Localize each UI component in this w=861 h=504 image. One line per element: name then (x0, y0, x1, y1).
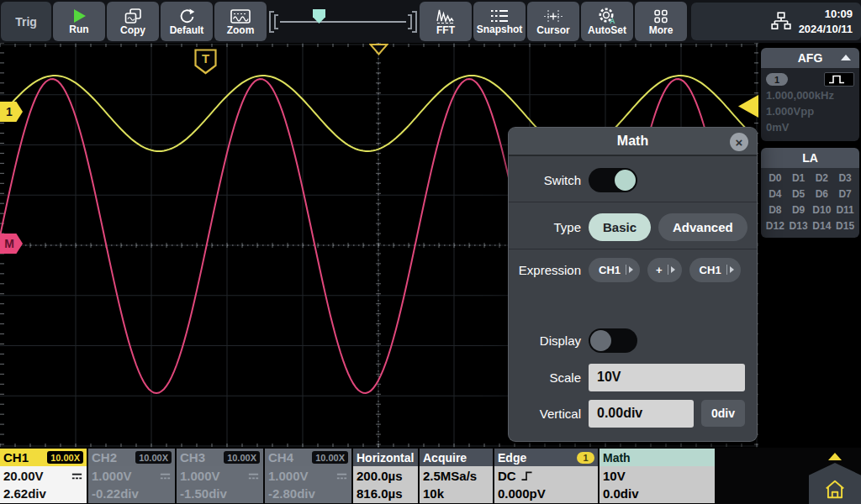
expand-up-icon (828, 453, 842, 460)
copy-button[interactable]: Copy (107, 2, 159, 41)
copy-icon (124, 8, 142, 24)
operand1-dropdown[interactable]: CH1 (589, 258, 640, 282)
toggle-knob (615, 170, 636, 191)
math-offset-value: 0.0div (603, 485, 639, 502)
math-dialog-title: Math (617, 134, 648, 149)
type-advanced-button[interactable]: Advanced (658, 213, 747, 241)
afg-amplitude: 1.000Vpp (766, 104, 854, 120)
afg-panel: AFG 1 1.000,000kHz 1.000Vpp 0mV (761, 48, 859, 141)
zoom-label: Zoom (227, 25, 255, 35)
dc-coupling-icon (159, 472, 172, 480)
vertical-row: Vertical 0.00div 0div (509, 399, 757, 428)
la-channel: D5 (787, 188, 811, 200)
edge-tile[interactable]: Edge 1 DC 0.000pV (494, 449, 598, 503)
math-tile[interactable]: Math 10V 0.0div (600, 449, 715, 503)
math-switch-toggle[interactable] (589, 168, 637, 192)
dropdown-arrow-icon (668, 265, 675, 275)
acquire-title: Acquire (423, 451, 467, 465)
run-button[interactable]: Run (53, 2, 105, 41)
fft-button[interactable]: FFT (420, 2, 472, 41)
snapshot-button[interactable]: Snapshot (473, 2, 526, 41)
operator-value: + (656, 264, 663, 276)
afg-channel-badge: 1 (766, 73, 788, 86)
display-label: Display (509, 333, 581, 348)
snapshot-icon (490, 8, 509, 24)
afg-frequency: 1.000,000kHz (766, 88, 854, 104)
menu-corner-control[interactable] (809, 448, 861, 504)
cursor-label: Cursor (536, 25, 569, 35)
right-sidebar: AFG 1 1.000,000kHz 1.000Vpp 0mV LA D0 D1 (761, 43, 859, 448)
scale-input[interactable]: 10V (589, 364, 745, 391)
copy-label: Copy (120, 25, 145, 35)
memory-depth-value: 10k (423, 485, 444, 502)
la-channel: D9 (787, 204, 811, 216)
ch4-tile[interactable]: CH4 10.00X 1.000V -2.80div (265, 449, 351, 503)
expression-label: Expression (509, 263, 581, 277)
math-dialog: Math × Switch Type Basic Advanced Expres… (509, 128, 757, 441)
home-button[interactable] (809, 463, 861, 504)
more-button[interactable]: More (635, 2, 687, 41)
clock-box[interactable]: 10:09 2024/10/11 (691, 3, 861, 40)
ch2-tile[interactable]: CH2 10.00X 1.000V -0.22div (88, 449, 175, 503)
ch3-scale: 1.000V (180, 467, 220, 485)
horizontal-delay-bar[interactable] (269, 2, 417, 41)
ch1-marker-label: 1 (6, 105, 13, 118)
dc-coupling-icon (335, 472, 348, 480)
ch2-name: CH2 (92, 450, 117, 465)
fft-label: FFT (436, 25, 455, 35)
ch1-tile[interactable]: CH1 10.00X 20.00V 2.62div (0, 449, 87, 503)
dropdown-arrow-icon (626, 265, 633, 275)
zoom-button[interactable]: Zoom (214, 2, 267, 41)
la-title: LA (802, 151, 818, 165)
la-channel: D3 (833, 172, 857, 184)
autoset-button[interactable]: A AutoSet (581, 2, 633, 41)
top-toolbar: Trig Run Copy Default Zoom (0, 0, 861, 43)
close-button[interactable]: × (730, 133, 748, 151)
square-wave-icon (824, 72, 854, 87)
la-channel: D6 (811, 188, 834, 200)
math-marker-label: M (4, 237, 14, 250)
operand2-value: CH1 (700, 264, 721, 276)
afg-panel-header[interactable]: AFG (761, 48, 859, 68)
math-scale-value: 10V (603, 467, 626, 485)
trigger-position-marker[interactable] (369, 44, 388, 59)
ch3-probe-badge: 10.00X (224, 451, 260, 464)
autoset-label: AutoSet (588, 25, 626, 35)
zoom-icon (230, 8, 251, 24)
acquire-tile[interactable]: Acquire 2.5MSa/s 10k (420, 449, 493, 503)
type-basic-button[interactable]: Basic (589, 213, 651, 241)
default-button[interactable]: Default (161, 2, 213, 41)
snapshot-label: Snapshot (477, 24, 523, 34)
divider (509, 249, 757, 249)
cursor-button[interactable]: Cursor (527, 2, 579, 41)
cursor-icon (543, 8, 563, 24)
trigger-level-marker[interactable]: T (194, 49, 217, 78)
la-channel: D14 (811, 220, 834, 232)
vertical-input[interactable]: 0.00div (589, 400, 694, 428)
la-channel: D7 (833, 188, 857, 200)
ch1-offset: 2.62div (3, 485, 46, 502)
la-channel: D13 (787, 220, 811, 232)
edge-title: Edge (498, 451, 526, 465)
timebase-value: 200.0µs (357, 467, 403, 485)
bottom-status-bar: CH1 10.00X 20.00V 2.62div CH2 10.00X 1.0… (0, 448, 861, 504)
divider (509, 202, 757, 202)
la-panel-body: D0 D1 D2 D3 D4 D5 D6 D7 D8 D9 D10 D11 D1… (761, 168, 859, 238)
trigger-status-label[interactable]: Trig (1, 2, 51, 41)
operator-dropdown[interactable]: + (647, 258, 682, 282)
switch-label: Switch (509, 173, 581, 187)
la-channel: D15 (833, 220, 857, 232)
edge-coupling-value: DC (498, 467, 516, 485)
delay-value: 816.0µs (357, 485, 403, 502)
operand2-dropdown[interactable]: CH1 (689, 258, 741, 282)
ch2-scale: 1.000V (92, 467, 132, 485)
display-row: Display (509, 326, 757, 354)
dc-coupling-icon (71, 472, 83, 480)
la-panel-header[interactable]: LA (761, 148, 859, 168)
display-toggle[interactable] (589, 328, 637, 353)
ch3-tile[interactable]: CH3 10.00X 1.000V -1.50div (177, 449, 263, 503)
type-label: Type (509, 220, 581, 234)
zero-div-button[interactable]: 0div (701, 400, 745, 427)
ch4-scale: 1.000V (268, 467, 309, 485)
horizontal-tile[interactable]: Horizontal 200.0µs 816.0µs (353, 449, 418, 503)
